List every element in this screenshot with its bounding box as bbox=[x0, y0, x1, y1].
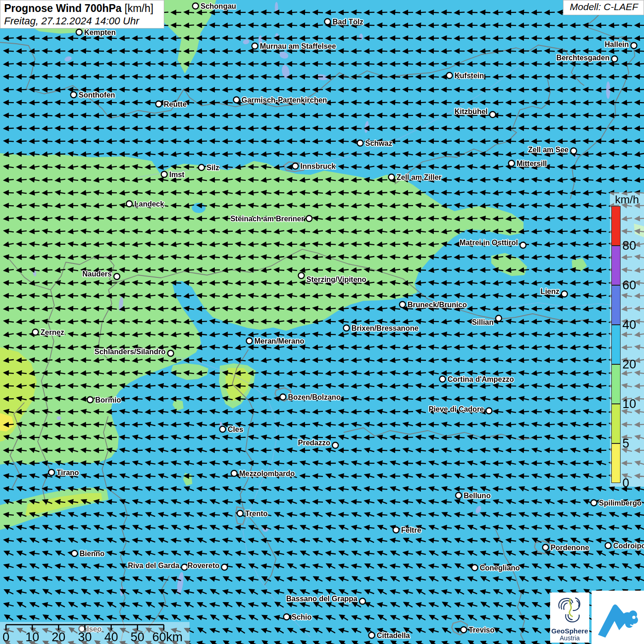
city-marker bbox=[237, 511, 243, 517]
city-label: Sillian bbox=[472, 318, 494, 326]
city-label: Zell am See bbox=[528, 146, 569, 154]
city-marker bbox=[182, 564, 188, 570]
city-label: Lienz bbox=[540, 288, 559, 295]
geosphere-name: GeoSphere bbox=[550, 627, 589, 635]
city-label: Riva del Garda bbox=[128, 562, 179, 569]
city-marker bbox=[87, 397, 93, 403]
city-marker bbox=[605, 543, 611, 549]
city-treviso: Treviso bbox=[461, 626, 495, 634]
legend-colorbar bbox=[611, 206, 621, 483]
city-label: Nauders bbox=[82, 270, 112, 278]
city-label: Spilimbergo bbox=[599, 499, 642, 507]
city-imst: Imst bbox=[161, 171, 185, 178]
city-label: Pieve di Cadore bbox=[429, 405, 484, 413]
city-riva-del-garda: Riva del Garda bbox=[128, 562, 188, 570]
map-valid-time: Freitag, 27.12.2024 14:00 Uhr bbox=[4, 15, 164, 27]
city-label: Rovereto bbox=[188, 562, 220, 569]
city-marker bbox=[461, 627, 467, 633]
city-label: Tirano bbox=[57, 469, 79, 477]
city-schlanders-silandro: Schlanders/Silandro bbox=[94, 348, 173, 356]
city-marker bbox=[71, 92, 77, 98]
city-label: Bozen/Bolzano bbox=[288, 393, 341, 401]
city-label: Cles bbox=[228, 426, 243, 433]
city-label: Reutte bbox=[164, 100, 187, 108]
city-marker bbox=[456, 493, 462, 499]
city-garmisch-partenkirchen: Garmisch-Partenkirchen bbox=[234, 96, 327, 104]
city-marker bbox=[49, 470, 55, 476]
map-title-main: Prognose Wind 700hPa bbox=[4, 2, 121, 14]
map-title: Prognose Wind 700hPa [km/h] bbox=[4, 2, 164, 15]
city-label: Brixen/Bressanone bbox=[351, 324, 419, 332]
city-label: Matrei in Osttirol bbox=[460, 239, 518, 247]
city-zell-am-ziller: Zell am Ziller bbox=[389, 173, 442, 181]
city-label: Sonthofen bbox=[79, 91, 115, 99]
city-label: Berchtesgaden bbox=[556, 54, 610, 62]
city-spilimbergo: Spilimbergo bbox=[591, 499, 642, 507]
city-label: Hallein bbox=[605, 40, 629, 48]
scalebar-label: 0 bbox=[2, 630, 9, 644]
city-marker bbox=[284, 614, 290, 620]
city-marker bbox=[369, 632, 375, 638]
city-label: Landeck bbox=[134, 200, 164, 208]
legend-segment bbox=[611, 246, 621, 285]
city-tirano: Tirano bbox=[49, 469, 79, 477]
city-marker bbox=[562, 291, 568, 297]
city-label: Bienno bbox=[80, 550, 104, 558]
city-marker bbox=[325, 19, 331, 25]
city-mezzolombardo: Mezzolombardo bbox=[231, 470, 295, 477]
city-schio: Schio bbox=[284, 613, 312, 621]
legend-segment bbox=[611, 285, 621, 325]
city-label: Zernez bbox=[40, 328, 64, 336]
city-marker bbox=[193, 3, 199, 9]
city-label: Murnau am Staffelsee bbox=[260, 42, 336, 50]
city-marker bbox=[389, 174, 395, 180]
city-bozen-bolzano: Bozen/Bolzano bbox=[280, 393, 341, 401]
city-label: Steinach am Brenner bbox=[230, 215, 304, 223]
city-marker bbox=[631, 43, 637, 49]
city-label: Kufstein bbox=[454, 72, 484, 80]
legend-tick-label: 10 bbox=[622, 397, 644, 411]
city-marker bbox=[490, 112, 496, 118]
city-label: Schio bbox=[292, 613, 312, 621]
scalebar-label: 10 bbox=[25, 630, 39, 644]
city-label: Conegliano bbox=[480, 564, 520, 572]
legend-tick-label: 40 bbox=[622, 318, 644, 332]
city-cles: Cles bbox=[220, 426, 243, 433]
city-marker bbox=[486, 408, 492, 414]
map-canvas: SchongauBad TölzKemptenMurnau am Staffel… bbox=[0, 0, 644, 644]
map-title-unit: [km/h] bbox=[121, 2, 153, 14]
city-marker bbox=[161, 172, 167, 178]
legend-segment bbox=[611, 443, 621, 483]
city-marker bbox=[234, 97, 240, 103]
city-berchtesgaden: Berchtesgaden bbox=[556, 54, 617, 62]
city-label: Feltre bbox=[401, 526, 421, 534]
city-marker bbox=[543, 545, 549, 551]
city-label: Schwaz bbox=[365, 139, 392, 147]
city-bienno: Bienno bbox=[72, 550, 105, 558]
city-label: Kempten bbox=[84, 29, 115, 36]
blue-mountain-logo bbox=[592, 591, 644, 644]
city-label: Cortina d'Ampezzo bbox=[448, 375, 514, 383]
city-marker bbox=[231, 471, 237, 477]
weather-map-stage: SchongauBad TölzKemptenMurnau am Staffel… bbox=[0, 0, 644, 644]
legend-segment bbox=[611, 325, 621, 364]
city-label: Mittersill bbox=[517, 160, 547, 167]
model-label: Modell: C-LAEF bbox=[563, 0, 644, 15]
city-marker bbox=[344, 325, 350, 331]
city-bruneck-brunico: Bruneck/Brunico bbox=[400, 301, 467, 309]
city-marker bbox=[76, 29, 82, 35]
city-label: Predazzo bbox=[298, 439, 330, 447]
city-label: Bad Tölz bbox=[333, 18, 363, 26]
city-label: Kitzbühel bbox=[454, 108, 488, 115]
city-marker bbox=[496, 316, 502, 322]
legend-tick-label: 5 bbox=[622, 437, 644, 450]
city-label: Sterzing/Vipiteno bbox=[306, 276, 367, 283]
city-marker bbox=[393, 527, 399, 533]
city-marker bbox=[280, 394, 286, 400]
city-marker bbox=[247, 338, 253, 344]
legend-tick-label: 60 bbox=[622, 278, 644, 292]
scalebar-label: 30 bbox=[78, 630, 92, 644]
legend-unit: km/h bbox=[610, 193, 644, 206]
city-label: Silz bbox=[207, 164, 219, 172]
scalebar-label: 20 bbox=[52, 630, 65, 644]
